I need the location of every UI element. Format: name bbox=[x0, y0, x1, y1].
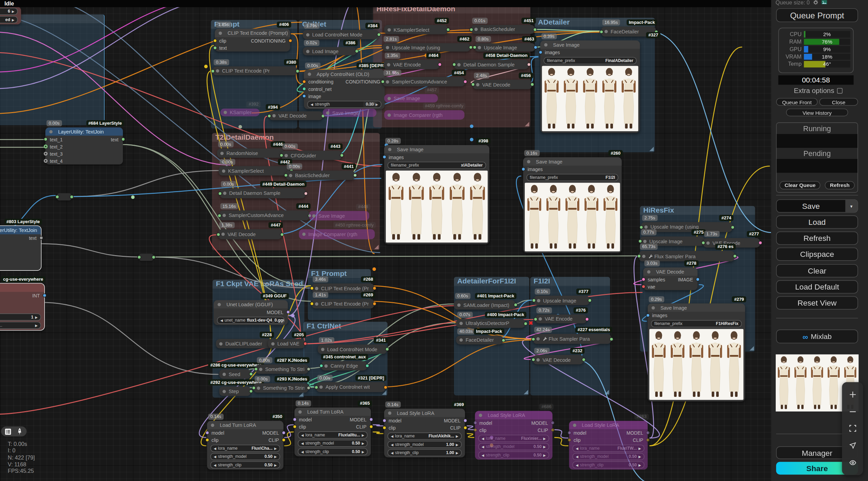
node-samplercustomadvance[interactable]: SamplerCustomAdvance15.16s#444 bbox=[219, 211, 310, 220]
increment-arrow-icon[interactable]: ▶ bbox=[456, 451, 459, 454]
widget-filename-prefix[interactable]: filename_prefixF1I2I bbox=[526, 174, 618, 181]
port-dot[interactable] bbox=[365, 364, 369, 368]
collapse-dot[interactable] bbox=[651, 306, 655, 309]
port-dot[interactable] bbox=[137, 255, 141, 259]
port-dot[interactable] bbox=[295, 69, 299, 73]
port-dot[interactable] bbox=[527, 63, 531, 66]
node-samloader-impact[interactable]: SAMLoader (Impact)0.60s#401 Impact-Pack bbox=[454, 300, 515, 310]
node-flux-sampler-para[interactable]: Flux Sampler Para65.73s#276 es bbox=[639, 251, 735, 261]
port-dot[interactable] bbox=[646, 438, 649, 442]
decrement-arrow-icon[interactable]: ◀ bbox=[301, 450, 304, 453]
collapse-dot[interactable] bbox=[537, 299, 540, 302]
decrement-arrow-icon[interactable]: ◀ bbox=[482, 453, 484, 457]
node-node[interactable]: 6▶ed▶ bbox=[0, 7, 21, 25]
increment-arrow-icon[interactable]: ▶ bbox=[456, 443, 459, 446]
node-upscale-image-using[interactable]: Upscale Image (using2.81s#462 bbox=[382, 43, 470, 51]
group-resize-handle[interactable] bbox=[524, 390, 528, 394]
port-dot[interactable] bbox=[254, 367, 257, 371]
port-dot[interactable] bbox=[588, 298, 591, 302]
node-detail-daemon-sample[interactable]: Detail Daemon Sample#458 Detail-Daemon bbox=[454, 60, 528, 69]
node-step[interactable]: Step0.00s#292 cg-use-everywhere bbox=[219, 387, 251, 396]
node-save-image[interactable]: Save Imageimagesfilename_prefixF1I2I0.16… bbox=[523, 157, 621, 253]
port-dot[interactable] bbox=[310, 302, 314, 306]
collapse-dot[interactable] bbox=[257, 386, 260, 390]
widget-strength-model[interactable]: ◀strength_model0.50▶ bbox=[572, 453, 644, 460]
widget-lora-name[interactable]: ◀lora_nameFlux\Cha...▶ bbox=[210, 445, 280, 452]
port-dot[interactable] bbox=[463, 80, 467, 83]
node-save-image[interactable]: Save Image#417 bbox=[323, 109, 377, 117]
increment-arrow-icon[interactable]: ▶ bbox=[456, 434, 459, 438]
zoom-in-icon[interactable] bbox=[848, 390, 857, 399]
port-dot[interactable] bbox=[353, 173, 357, 177]
port-dot[interactable] bbox=[696, 277, 699, 281]
port-dot[interactable] bbox=[205, 431, 209, 435]
node-clip-text-encode-pr[interactable]: CLIP Text Encode (Pr1.41s#269 bbox=[312, 299, 374, 309]
collapse-dot[interactable] bbox=[457, 63, 461, 66]
node-image-preview[interactable] bbox=[386, 171, 488, 243]
node-facedetailer[interactable]: FaceDetailer40.03sImpact-Pack bbox=[456, 336, 503, 344]
collapse-dot[interactable] bbox=[319, 385, 323, 389]
reset-view-button[interactable]: Reset View bbox=[776, 296, 858, 310]
port-dot[interactable] bbox=[284, 173, 287, 177]
increment-arrow-icon[interactable]: ▶ bbox=[274, 446, 277, 450]
decrement-arrow-icon[interactable]: ◀ bbox=[214, 455, 216, 459]
node-ksamplerselect[interactable]: KSamplerSelect#452 bbox=[384, 25, 448, 34]
port-dot[interactable] bbox=[463, 426, 467, 430]
decrement-arrow-icon[interactable]: ◀ bbox=[482, 445, 484, 448]
port-dot[interactable] bbox=[641, 285, 645, 289]
increment-arrow-icon[interactable]: ▶ bbox=[274, 455, 277, 459]
port-dot[interactable] bbox=[472, 45, 476, 49]
port-dot[interactable] bbox=[471, 82, 475, 86]
node-image-comparer-rgth[interactable]: Image Comparer (rgth#450 rgthree-comfy bbox=[299, 229, 375, 239]
port-dot[interactable] bbox=[39, 236, 43, 240]
port-dot[interactable] bbox=[382, 155, 386, 159]
widget-strength-model[interactable]: ◀strength_model0.50▶ bbox=[210, 453, 280, 460]
port-dot[interactable] bbox=[372, 302, 376, 306]
port-dot[interactable] bbox=[249, 372, 253, 376]
port-dot[interactable] bbox=[638, 239, 642, 243]
widget-lora-name[interactable]: ◀lora_nameFlux\nier...▶ bbox=[478, 435, 549, 442]
collapse-dot[interactable] bbox=[223, 390, 226, 393]
node-load-image[interactable]: Load Image0.02s#386 bbox=[303, 47, 357, 55]
port-dot[interactable] bbox=[218, 191, 222, 195]
collapse-dot[interactable] bbox=[539, 317, 542, 321]
port-dot[interactable] bbox=[279, 153, 283, 157]
node-vae-encode[interactable]: VAE Encode1.35s#464 bbox=[384, 60, 440, 69]
port-dot[interactable] bbox=[282, 431, 285, 435]
collapse-dot[interactable] bbox=[219, 342, 223, 345]
collapse-dot[interactable] bbox=[388, 411, 392, 415]
port-dot[interactable] bbox=[304, 191, 307, 195]
port-dot[interactable] bbox=[42, 294, 46, 297]
close-button[interactable]: Close bbox=[819, 98, 858, 106]
port-dot[interactable] bbox=[217, 214, 221, 217]
collapse-dot[interactable] bbox=[49, 130, 53, 133]
port-dot[interactable] bbox=[473, 428, 477, 432]
decrement-arrow-icon[interactable]: ◀ bbox=[214, 463, 216, 467]
node-save-image[interactable]: Save Imageimagesfilename_prefixFinalADet… bbox=[540, 41, 640, 133]
node-seed[interactable]: Seed0.00s#286 cg-use-everywhere bbox=[219, 369, 251, 379]
collapse-dot[interactable] bbox=[325, 364, 328, 368]
collapse-dot[interactable] bbox=[321, 347, 325, 351]
port-dot[interactable] bbox=[382, 419, 386, 422]
collapse-dot[interactable] bbox=[644, 226, 648, 229]
increment-arrow-icon[interactable]: ▶ bbox=[638, 463, 641, 467]
collapse-dot[interactable] bbox=[326, 111, 330, 114]
save-button[interactable]: Save ▼ bbox=[776, 199, 858, 213]
port-dot[interactable] bbox=[446, 28, 449, 31]
port-dot[interactable] bbox=[205, 438, 209, 442]
port-dot[interactable] bbox=[306, 386, 310, 390]
clipspace-button[interactable]: Clipspace bbox=[776, 248, 858, 261]
collapse-dot[interactable] bbox=[387, 63, 390, 66]
queue-front-button[interactable]: Queue Front bbox=[776, 98, 818, 106]
port-dot[interactable] bbox=[438, 63, 441, 66]
widget-1[interactable]: 1▶ bbox=[0, 313, 41, 321]
collapse-dot[interactable] bbox=[479, 414, 482, 417]
collapse-dot[interactable] bbox=[386, 46, 389, 49]
increment-arrow-icon[interactable]: ▶ bbox=[543, 453, 546, 457]
port-dot[interactable] bbox=[121, 137, 125, 141]
node-clip-text-encode-pr[interactable]: CLIP Text Encode (Pr0.38s#380 bbox=[212, 66, 297, 75]
widget-strength-clip[interactable]: ◀strength_clip1.00▶ bbox=[388, 449, 462, 456]
widget-strength-model[interactable]: ◀strength_model1.00▶ bbox=[388, 441, 462, 448]
decrement-arrow-icon[interactable]: ◀ bbox=[576, 463, 579, 467]
node-something-to-string[interactable]: Something To String0.00s#287 KJNodes bbox=[256, 364, 308, 374]
